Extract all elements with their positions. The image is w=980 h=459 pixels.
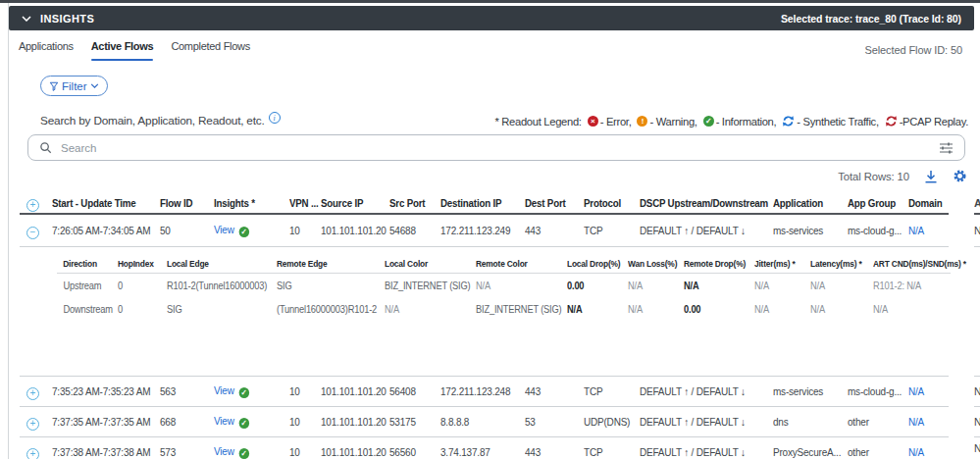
hop-cell-direction: Downstream — [57, 304, 114, 315]
download-icon[interactable] — [924, 170, 938, 183]
hop-cell-local_edge: SIG — [167, 304, 269, 315]
view-insights-link[interactable]: View — [214, 445, 234, 457]
hops-column-header: Local Color — [385, 258, 465, 269]
expand-all-icon[interactable]: + — [26, 199, 39, 212]
info-icon[interactable]: i — [269, 112, 281, 124]
cell-application: ms-services — [773, 225, 844, 236]
hops-column-header: Jitter(ms) * — [754, 258, 803, 269]
cell-domain: N/A — [908, 225, 945, 236]
panel-title: INSIGHTS — [40, 13, 94, 25]
expand-cell: + — [20, 382, 52, 400]
column-header: Src Port — [389, 197, 436, 209]
cell-source_ip: 101.101.101.20 — [321, 446, 387, 458]
collapse-row-icon[interactable]: − — [26, 227, 39, 239]
collapse-chevron-icon[interactable] — [22, 16, 31, 22]
cell-insights: View✓ — [214, 415, 285, 429]
domain-link[interactable]: N/A — [908, 385, 924, 397]
cell-dest_port: 443 — [525, 225, 581, 236]
cell-dest_port: 53 — [525, 416, 581, 428]
selected-trace-label: Selected trace: trace_80 (Trace Id: 80) — [781, 13, 961, 25]
overflow-column-header: A — [974, 193, 980, 215]
expand-row-icon[interactable]: + — [26, 387, 39, 400]
synthetic-traffic-icon — [782, 115, 795, 128]
panel-left-border — [8, 3, 9, 459]
view-insights-link[interactable]: View — [214, 415, 234, 427]
cell-dest_ip: 172.211.123.248 — [440, 385, 521, 397]
flow-row: +7:35:23 AM-7:35:23 AM563View✓10101.101.… — [20, 376, 949, 406]
gear-icon[interactable] — [953, 169, 967, 183]
domain-link[interactable]: N/A — [908, 225, 924, 236]
tab-active-flows[interactable]: Active Flows — [91, 40, 154, 61]
hop-cell-remote_drop: N/A — [684, 280, 749, 291]
table-toolbar: Total Rows: 10 — [838, 169, 967, 183]
search-hint-label: Search by Domain, Application, Readout, … — [40, 114, 281, 128]
column-header: Flow ID — [160, 197, 209, 209]
hops-column-header: HopIndex — [118, 258, 161, 269]
hop-cell-direction: Upstream — [57, 280, 114, 291]
column-header: App Group — [848, 197, 903, 209]
cell-application: dns — [773, 416, 844, 428]
cell-dscp: DEFAULT ↑ / DEFAULT ↓ — [640, 385, 766, 397]
cell-application: ProxySecureA... — [773, 446, 844, 458]
hop-cell-hop_index: 0 — [118, 280, 164, 291]
hop-cell-wan_loss: N/A — [628, 304, 680, 315]
column-header: Domain — [908, 197, 943, 209]
hop-cell-local_drop: 0.00 — [567, 280, 624, 291]
hop-cell-remote_edge: SIG — [277, 280, 377, 291]
cell-dest_ip: 172.211.123.249 — [440, 225, 521, 236]
pcap-replay-icon — [885, 115, 898, 128]
cell-source_ip: 101.101.101.20 — [321, 416, 387, 428]
cell-insights: View✓ — [214, 384, 285, 398]
expand-row-icon[interactable]: + — [26, 448, 39, 459]
expand-cell: − — [20, 222, 52, 239]
tab-completed-flows[interactable]: Completed Flows — [171, 40, 249, 61]
cell-flow_id: 563 — [160, 385, 211, 397]
cell-flow_id: 573 — [160, 446, 211, 458]
information-readout-icon: ✓ — [238, 418, 248, 429]
cell-time: 7:37:38 AM-7:37:38 AM — [52, 446, 155, 458]
search-hint-text: Search by Domain, Application, Readout, … — [40, 114, 265, 128]
active-flows-table: +Start - Update TimeFlow IDInsights *VPN… — [20, 193, 949, 459]
view-insights-link[interactable]: View — [214, 384, 234, 396]
expand-row-icon[interactable]: + — [26, 418, 39, 431]
hop-row: Downstream0SIG(Tunnel16000003)R101-2N/AB… — [57, 297, 951, 321]
funnel-icon — [49, 81, 59, 91]
search-input[interactable]: Search — [27, 134, 965, 161]
cell-dest_ip: 3.74.137.87 — [440, 446, 521, 458]
hops-header-row: DirectionHopIndexLocal EdgeRemote EdgeLo… — [57, 253, 951, 274]
hops-column-header: Direction — [57, 258, 111, 269]
cell-vpn: 10 — [289, 225, 319, 236]
readout-legend: * Readout Legend: ×- Error, !- Warning, … — [494, 115, 968, 128]
hop-cell-local_drop: N/A — [567, 304, 624, 315]
cell-time: 7:26:05 AM-7:34:05 AM — [52, 225, 155, 236]
flow-row: +7:37:35 AM-7:37:35 AM668View✓10101.101.… — [20, 406, 949, 436]
cell-protocol: TCP — [584, 225, 637, 236]
cell-application: ms-services — [773, 385, 844, 397]
hops-column-header: Remote Drop(%) — [684, 258, 746, 269]
overflow-cell: N — [974, 215, 980, 247]
selected-flow-id-label: Selected Flow ID: 50 — [865, 44, 963, 56]
total-rows-label: Total Rows: 10 — [838, 171, 909, 182]
cell-src_port: 56408 — [389, 385, 438, 397]
domain-link[interactable]: N/A — [908, 416, 924, 428]
filter-lines-icon[interactable] — [939, 142, 954, 154]
column-header: Source IP — [321, 197, 383, 209]
cell-domain: N/A — [908, 416, 945, 428]
view-insights-link[interactable]: View — [214, 224, 234, 235]
panel-top-edge — [0, 0, 980, 3]
flow-row: +7:37:38 AM-7:37:38 AM573View✓10101.101.… — [20, 436, 949, 459]
hop-cell-wan_loss: N/A — [628, 280, 680, 291]
hop-cell-local_color: N/A — [385, 304, 469, 315]
cell-vpn: 10 — [289, 385, 319, 397]
tab-bar: Applications Active Flows Completed Flow… — [19, 40, 250, 61]
domain-link[interactable]: N/A — [908, 446, 924, 458]
legend-prefix: * Readout Legend: — [494, 116, 581, 128]
hop-cell-remote_color: N/A — [476, 280, 560, 291]
insights-section-header[interactable]: INSIGHTS Selected trace: trace_80 (Trace… — [9, 6, 974, 30]
tab-applications[interactable]: Applications — [19, 40, 74, 61]
cell-app_group: ms-cloud-g... — [848, 225, 905, 236]
cell-domain: N/A — [908, 385, 945, 397]
error-icon: × — [588, 116, 598, 127]
filter-button[interactable]: Filter — [40, 76, 108, 96]
column-header: Application — [773, 197, 840, 209]
